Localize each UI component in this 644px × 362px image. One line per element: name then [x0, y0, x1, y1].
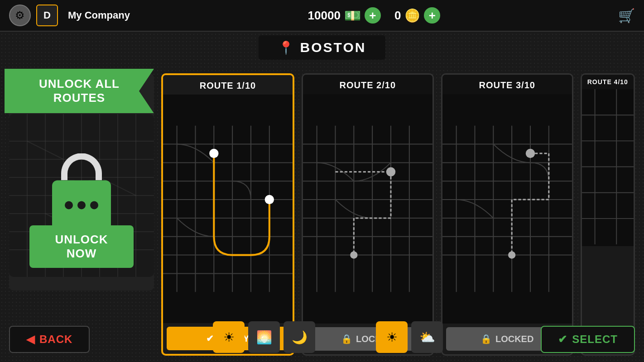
route-1-title: ROUTE 1/10 [163, 75, 293, 95]
svg-point-61 [526, 149, 535, 158]
unlock-now-button[interactable]: UNLOCK NOW [29, 225, 134, 268]
location-pin-icon: 📍 [278, 40, 294, 55]
back-button[interactable]: ◀ BACK [9, 326, 90, 353]
route-2-title: ROUTE 2/10 [303, 75, 433, 94]
unlock-banner-text: UNLOCK ALL ROUTES [39, 77, 120, 105]
location-name: BOSTON [300, 40, 366, 55]
back-label: BACK [39, 333, 72, 346]
weather-moon-btn-1[interactable]: 🌙 [284, 321, 315, 353]
route-3-status-label: LOCKED [495, 334, 533, 344]
select-section: ✔ SELECT [541, 326, 635, 353]
route-card-4[interactable]: ROUTE 4/10 [581, 73, 635, 356]
top-bar-center: 10000 💵 + 0 🪙 + [130, 7, 618, 24]
top-bar-right: 🛒 [618, 8, 635, 24]
lock-icon-2: 🔒 [341, 333, 352, 344]
weather-sun-btn-2[interactable]: ☀ [376, 321, 408, 353]
route-1-map [163, 95, 293, 323]
route-2-svg [303, 94, 433, 324]
add-coin-button[interactable]: + [424, 7, 440, 24]
svg-point-32 [265, 195, 274, 204]
lock-shackle [61, 153, 102, 181]
lock-dot-2 [77, 201, 86, 210]
coin-icon: 🪙 [404, 8, 420, 23]
cash-group: 10000 💵 + [308, 7, 381, 24]
route-card-3[interactable]: ROUTE 3/10 [441, 73, 573, 356]
unlock-map-bg: UNLOCK NOW [9, 114, 154, 277]
select-label: SELECT [572, 333, 618, 346]
weather-controls-route2: ☀ ⛅ [376, 321, 443, 353]
svg-point-46 [386, 167, 395, 176]
route-4-map [582, 89, 634, 246]
svg-point-62 [508, 251, 515, 258]
route-4-svg [582, 89, 634, 244]
unlock-all-routes-banner[interactable]: UNLOCK ALL ROUTES [5, 69, 154, 113]
route-3-title: ROUTE 3/10 [442, 75, 572, 94]
d-icon[interactable]: D [36, 5, 58, 26]
route-card-1[interactable]: ROUTE 1/10 [161, 73, 294, 356]
route-4-title: ROUTE 4/10 [582, 75, 634, 89]
unlock-now-label: UNLOCK NOW [55, 233, 108, 260]
svg-point-47 [350, 251, 357, 258]
weather-sunset-btn-1[interactable]: 🌅 [248, 321, 280, 353]
back-section: ◀ BACK [9, 326, 90, 353]
route-card-2[interactable]: ROUTE 2/10 [302, 73, 434, 356]
top-bar: ⚙ D My Company 10000 💵 + 0 🪙 + 🛒 [0, 0, 644, 32]
main-content: UNLOCK ALL ROUTES [0, 67, 644, 362]
route-2-map [303, 94, 433, 324]
back-arrow-icon: ◀ [26, 333, 35, 346]
lock-dot-3 [90, 201, 98, 210]
route-3-map [442, 94, 572, 324]
gear-icon[interactable]: ⚙ [9, 5, 31, 26]
weather-controls-route1: ☀ 🌅 🌙 [213, 321, 315, 353]
company-name: My Company [68, 10, 130, 21]
cash-amount: 10000 [308, 9, 341, 23]
weather-sun-btn-1[interactable]: ☀ [213, 321, 245, 353]
cart-icon[interactable]: 🛒 [618, 8, 635, 24]
unlock-panel: UNLOCK ALL ROUTES [9, 73, 154, 291]
route-3-svg [442, 94, 572, 324]
weather-rain-btn-2[interactable]: ⛅ [411, 321, 443, 353]
select-button[interactable]: ✔ SELECT [541, 326, 635, 353]
location-header: 📍 BOSTON [259, 35, 385, 60]
coin-amount: 0 [394, 9, 401, 23]
routes-row: ROUTE 1/10 [161, 73, 635, 356]
routes-area: ROUTE 1/10 [161, 73, 635, 356]
lock-body [52, 181, 111, 230]
svg-point-31 [209, 149, 218, 158]
select-check-icon: ✔ [558, 333, 567, 346]
money-icon: 💵 [344, 8, 361, 24]
add-cash-button[interactable]: + [365, 7, 381, 24]
lock-icon [52, 153, 111, 230]
coin-group: 0 🪙 + [394, 7, 440, 24]
d-label: D [43, 10, 51, 21]
lock-icon-3: 🔒 [481, 333, 492, 344]
lock-dot-1 [65, 201, 73, 210]
route-1-svg [163, 95, 293, 323]
top-bar-left: ⚙ D My Company [9, 5, 130, 26]
lock-dots [65, 201, 98, 210]
